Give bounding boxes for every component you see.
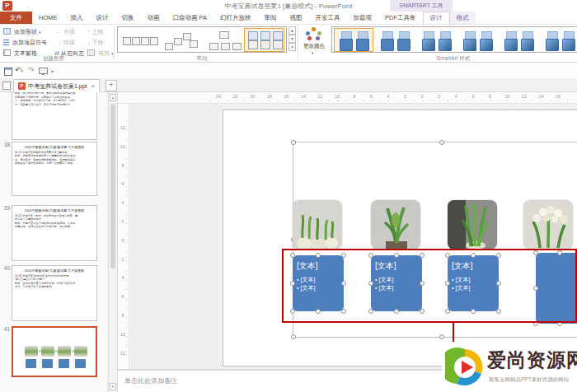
- smartart-style-option-4[interactable]: [457, 28, 497, 52]
- plant-photo-stage4[interactable]: [523, 200, 573, 250]
- ruler-number: 10: [502, 94, 512, 99]
- document-tab-active[interactable]: P 中考宝典试卷答案1.ppt ×: [13, 79, 100, 92]
- tab-addins[interactable]: 加载项: [347, 12, 379, 24]
- plant-photo-stage3[interactable]: [448, 200, 497, 250]
- notes-placeholder: 单击此处添加备注: [124, 376, 177, 385]
- selection-handle[interactable]: [439, 140, 444, 145]
- thumb-text-line: 交流，对后世产生了深远的影响。: [15, 285, 94, 288]
- selection-handle[interactable]: [439, 334, 444, 339]
- thumb-text-box: [26, 359, 36, 368]
- layout-option-hier[interactable]: [204, 28, 244, 52]
- change-colors-button[interactable]: 更改颜色 ▾: [300, 26, 328, 59]
- layout-option-process[interactable]: [120, 28, 160, 52]
- down-arrow-icon: ↓: [87, 40, 91, 45]
- slide-thumbnail-partial[interactable]: 16.(1) 本题考查“重农抑商政策”及其影响等知识要点。解析：结合材料分析可知…: [12, 92, 97, 140]
- scrollbar-thumb[interactable]: [110, 104, 115, 268]
- tab-home[interactable]: HOME: [32, 12, 64, 24]
- tab-smartart-design[interactable]: 设计: [423, 12, 450, 24]
- smartart-style-option-5[interactable]: [499, 28, 538, 52]
- ruler-number: 4: [119, 200, 127, 205]
- left-arrow-icon: ←: [56, 29, 62, 35]
- selection-handle[interactable]: [291, 334, 296, 339]
- vertical-ruler: 12108642024681012: [118, 104, 129, 392]
- tab-transitions[interactable]: 切换: [115, 12, 141, 24]
- tab-smartart-format[interactable]: 格式: [450, 12, 476, 24]
- slide-thumbnail-41[interactable]: [12, 326, 97, 377]
- ruler-number: 4: [451, 94, 461, 99]
- thumb-title: 2014年最新试卷(七)配套试题 七年级答案: [14, 208, 95, 212]
- ruler-number: 6: [119, 294, 127, 299]
- slide-number: 39: [1, 205, 10, 211]
- move-down-button[interactable]: ↓下移: [87, 38, 104, 48]
- ruler-number: 16: [281, 94, 291, 99]
- smartart-style-option-3[interactable]: [416, 28, 456, 52]
- slide-number: 40: [1, 265, 10, 271]
- window-icon[interactable]: [2, 82, 11, 90]
- ruler-number: 16: [553, 94, 563, 99]
- close-tab-icon[interactable]: ×: [91, 82, 96, 90]
- thumb-text-box: [42, 359, 53, 368]
- plant-photo-stage2[interactable]: [371, 200, 420, 250]
- tab-pdf-tools[interactable]: PDF工具集: [378, 12, 423, 24]
- annotation-rectangle: [282, 249, 577, 323]
- smartart-style-option-2[interactable]: [375, 28, 415, 52]
- slide-thumbnail-40[interactable]: 2014年最新试卷(七)配套试题 七年级答案16.(3) 本题考查“丝绸之路”在…: [12, 265, 97, 321]
- ruler-number: 24: [213, 94, 223, 99]
- demote-button[interactable]: →降级: [56, 38, 75, 48]
- tab-pocket-animation[interactable]: 口袋动画 PA: [167, 12, 214, 24]
- tab-view[interactable]: 视图: [284, 12, 309, 24]
- layout-option-picture[interactable]: [244, 28, 284, 52]
- gallery-scroll-down-button[interactable]: ▼: [288, 35, 296, 43]
- gallery-more-button[interactable]: ▾: [288, 43, 296, 51]
- tab-developer[interactable]: 开发工具: [309, 12, 347, 24]
- ribbon-tab-row: 文件HOME插入设计切换动画口袋动画 PA幻灯片放映审阅视图开发工具加载项PDF…: [0, 12, 577, 25]
- tab-slideshow[interactable]: 幻灯片放映: [213, 12, 258, 24]
- ruler-number: 2: [119, 257, 127, 262]
- redo-icon[interactable]: ↷: [28, 66, 35, 74]
- thumb-text-box: [59, 359, 69, 368]
- tab-animations[interactable]: 动画: [141, 12, 167, 24]
- ruler-number: 8: [486, 94, 495, 99]
- scroll-down-button[interactable]: ▼: [110, 383, 116, 390]
- undo-icon[interactable]: ↶▾: [15, 66, 23, 74]
- gallery-scroll-up-button[interactable]: ▲: [288, 26, 296, 35]
- contextual-tool-header: SMARTART 工具: [390, 0, 453, 12]
- powerpoint-window: P 中考宝典试卷答案1 [兼容模式] - PowerPoint SMARTART…: [0, 0, 577, 392]
- ruler-number: 20: [247, 94, 257, 99]
- ruler-number: 14: [298, 94, 308, 99]
- tab-insert[interactable]: 插入: [64, 12, 90, 24]
- create-graphic-group-label: 创建图形: [16, 55, 91, 63]
- layout-option-bend[interactable]: [162, 28, 202, 52]
- smartart-style-option-6[interactable]: [540, 28, 577, 52]
- promote-button[interactable]: ←升级: [56, 27, 75, 37]
- slides-panel-scrollbar[interactable]: ▲ ▼: [108, 92, 116, 392]
- tab-design[interactable]: 设计: [90, 12, 115, 24]
- main-area: 16.(1) 本题考查“重农抑商政策”及其影响等知识要点。解析：结合材料分析可知…: [0, 92, 577, 392]
- layout-button[interactable]: 布局 ▾: [87, 49, 113, 58]
- plant-photo-stage1[interactable]: [293, 200, 342, 250]
- new-tab-button[interactable]: +: [106, 80, 117, 91]
- slideshow-icon[interactable]: [39, 68, 48, 74]
- ruler-number: 14: [536, 94, 546, 99]
- selection-handle[interactable]: [291, 140, 296, 145]
- ruler-number: 2: [119, 219, 127, 224]
- tab-file[interactable]: 文件: [0, 12, 32, 24]
- add-shape-button[interactable]: 添加形状 ▾: [3, 27, 40, 37]
- document-tab-label: 中考宝典试卷答案1.ppt: [28, 82, 87, 91]
- slide-thumbnail-39[interactable]: 2014年最新试卷(七)配套试题 七年级答案16.(2) 本题考查《史记》的相关…: [12, 205, 97, 261]
- scroll-up-button[interactable]: ▲: [110, 94, 116, 101]
- slide-thumbnail-38[interactable]: 2014年最新试卷(七)配套试题 七年级答案16.(1) 本题考查商鞅变法的背景…: [12, 142, 97, 196]
- ruler-number: 4: [119, 275, 127, 280]
- move-up-button[interactable]: ↑上移: [87, 27, 104, 37]
- text-pane-icon: [3, 49, 11, 56]
- add-shape-icon: [3, 28, 11, 35]
- watermark-tagline: 聚集全网精品PPT素材资源的网站: [489, 376, 569, 384]
- smartart-style-option-1[interactable]: [334, 28, 373, 52]
- save-icon[interactable]: [4, 68, 12, 76]
- tab-review[interactable]: 审阅: [258, 12, 284, 24]
- add-bullet-button[interactable]: 添加项目符号: [3, 38, 47, 48]
- document-tab-bar: P 中考宝典试卷答案1.ppt × +: [0, 78, 577, 92]
- customize-qat-icon[interactable]: ▾: [51, 68, 54, 74]
- thumb-text-line: 分。答案要点仅供参考，言之有理即可酌情给分。: [15, 103, 94, 106]
- slide-number: 41: [1, 326, 10, 332]
